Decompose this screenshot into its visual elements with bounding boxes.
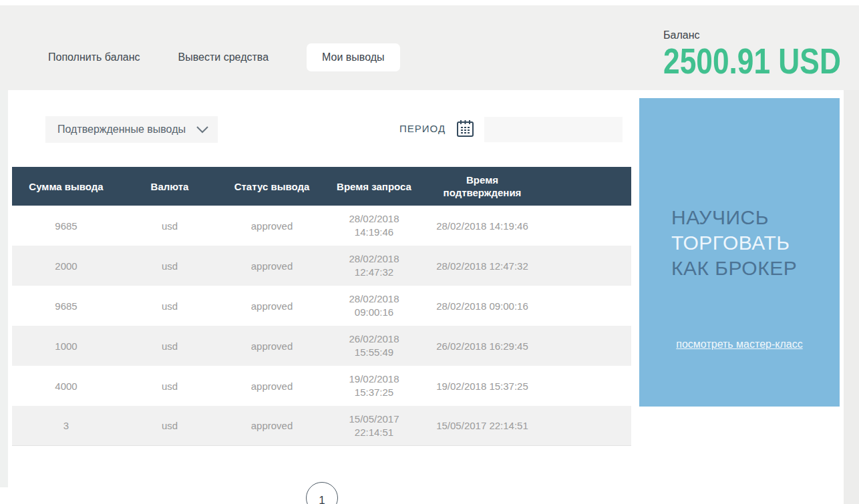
table-row: 2000 usd approved 28/02/2018 12:47:32 28… (12, 246, 631, 286)
table-header-row: Сумма вывода Валюта Статус вывода Время … (12, 167, 631, 206)
tab-deposit[interactable]: Пополнить баланс (48, 51, 140, 63)
balance-block: Баланс 2500.91 USD (663, 29, 859, 79)
balance-label: Баланс (663, 29, 859, 41)
cell-currency: usd (120, 381, 219, 392)
cell-currency: usd (120, 260, 219, 272)
cell-currency: usd (120, 300, 219, 312)
cell-amount: 9685 (12, 300, 120, 312)
cell-status: approved (219, 340, 325, 352)
cell-amount: 1000 (12, 340, 120, 352)
promo-banner[interactable]: НАУЧИСЬ ТОРГОВАТЬ КАК БРОКЕР посмотреть … (639, 98, 840, 407)
period-input[interactable] (484, 117, 623, 142)
cell-amount: 4000 (12, 381, 120, 392)
tab-withdraw-funds[interactable]: Вывести средства (178, 51, 269, 63)
cell-request-time: 26/02/2018 15:55:49 (325, 332, 423, 359)
chevron-down-icon (196, 126, 208, 134)
status-filter-selected: Подтвержденные выводы (57, 123, 186, 136)
cell-confirm-time: 28/02/2018 09:00:16 (423, 300, 541, 312)
cell-confirm-time: 26/02/2018 16:29:45 (423, 340, 541, 352)
masterclass-link[interactable]: посмотреть мастер-класс (639, 338, 840, 350)
column-header-request-time: Время запроса (325, 180, 423, 193)
cell-amount: 2000 (12, 260, 120, 272)
column-header-status: Статус вывода (219, 180, 325, 193)
cell-status: approved (219, 381, 325, 392)
cell-status: approved (219, 260, 325, 272)
table-row: 9685 usd approved 28/02/2018 09:00:16 28… (12, 286, 631, 326)
table-row: 3 usd approved 15/05/2017 22:14:51 15/05… (12, 406, 631, 446)
tab-bar: Пополнить баланс Вывести средства Мои вы… (48, 43, 400, 71)
cell-amount: 3 (12, 420, 120, 431)
status-filter-dropdown[interactable]: Подтвержденные выводы (45, 116, 218, 143)
withdrawals-table: Сумма вывода Валюта Статус вывода Время … (12, 167, 631, 446)
cell-currency: usd (120, 420, 219, 431)
table-row: 1000 usd approved 26/02/2018 15:55:49 26… (12, 326, 631, 366)
cell-status: approved (219, 420, 325, 431)
tab-my-withdrawals[interactable]: Мои выводы (307, 43, 400, 71)
period-label: ПЕРИОД (399, 123, 446, 134)
column-header-confirm-time: Время подтверждения (423, 174, 541, 199)
cell-request-time: 28/02/2018 14:19:46 (325, 212, 423, 239)
cell-currency: usd (120, 340, 219, 352)
pagination-page-1[interactable]: 1 (306, 482, 338, 504)
cell-confirm-time: 15/05/2017 22:14:51 (423, 420, 541, 431)
cell-request-time: 28/02/2018 12:47:32 (325, 252, 423, 279)
cell-request-time: 15/05/2017 22:14:51 (325, 413, 423, 439)
cell-status: approved (219, 300, 325, 312)
column-header-currency: Валюта (120, 180, 219, 193)
cell-status: approved (219, 220, 325, 232)
promo-banner-title: НАУЧИСЬ ТОРГОВАТЬ КАК БРОКЕР (671, 205, 797, 281)
calendar-icon[interactable] (456, 119, 474, 138)
balance-value: 2500.91 USD (663, 43, 841, 79)
withdrawals-page: Пополнить баланс Вывести средства Мои вы… (0, 0, 859, 504)
right-gutter (844, 90, 859, 504)
cell-confirm-time: 28/02/2018 14:19:46 (423, 220, 541, 232)
cell-amount: 9685 (12, 220, 120, 232)
topbar: Пополнить баланс Вывести средства Мои вы… (0, 5, 859, 90)
table-row: 4000 usd approved 19/02/2018 15:37:25 19… (12, 366, 631, 406)
cell-currency: usd (120, 220, 219, 232)
left-gutter (0, 90, 8, 487)
cell-request-time: 19/02/2018 15:37:25 (325, 372, 423, 399)
cell-confirm-time: 28/02/2018 12:47:32 (423, 260, 541, 272)
cell-confirm-time: 19/02/2018 15:37:25 (423, 381, 541, 392)
column-header-amount: Сумма вывода (12, 180, 120, 193)
cell-request-time: 28/02/2018 09:00:16 (325, 292, 423, 319)
table-row: 9685 usd approved 28/02/2018 14:19:46 28… (12, 206, 631, 246)
